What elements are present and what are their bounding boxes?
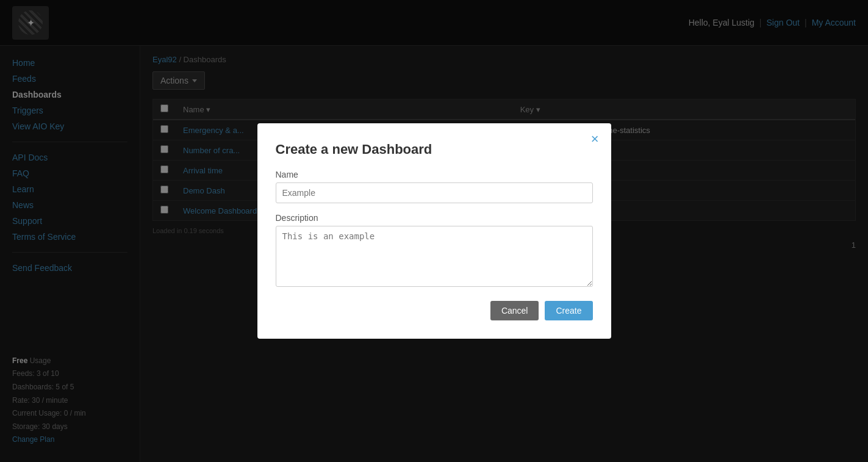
- name-form-group: Name: [276, 170, 593, 203]
- modal-footer: Cancel Create: [276, 301, 593, 320]
- name-input[interactable]: [276, 182, 593, 203]
- description-form-group: Description: [276, 213, 593, 289]
- description-input[interactable]: [276, 226, 593, 287]
- modal-close-button[interactable]: ×: [591, 132, 599, 146]
- modal-title: Create a new Dashboard: [276, 142, 593, 157]
- name-label: Name: [276, 170, 593, 179]
- description-label: Description: [276, 213, 593, 223]
- create-button[interactable]: Create: [545, 301, 592, 320]
- modal-overlay[interactable]: × Create a new Dashboard Name Descriptio…: [0, 0, 868, 462]
- create-dashboard-modal: × Create a new Dashboard Name Descriptio…: [257, 123, 611, 339]
- cancel-button[interactable]: Cancel: [490, 301, 539, 320]
